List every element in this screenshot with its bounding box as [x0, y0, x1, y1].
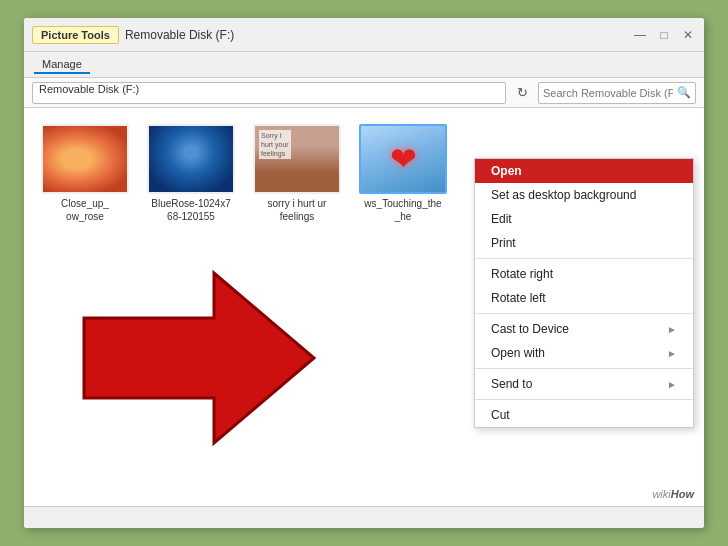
minimize-button[interactable]: — — [632, 27, 648, 43]
svg-marker-0 — [84, 273, 314, 443]
ctx-label-rotate-left: Rotate left — [491, 291, 546, 305]
ctx-item-edit[interactable]: Edit — [475, 207, 693, 231]
ctx-item-print[interactable]: Print — [475, 231, 693, 255]
image-flower1 — [43, 126, 127, 192]
search-icon: 🔍 — [677, 86, 691, 99]
file-item-3[interactable]: Sorry Ihurt yourfeelings sorry i hurt ur… — [252, 124, 342, 223]
ctx-label-rotate-right: Rotate right — [491, 267, 553, 281]
thumbnail-2 — [147, 124, 235, 194]
ctx-item-cut[interactable]: Cut — [475, 403, 693, 427]
ctx-item-send-to[interactable]: Send to ► — [475, 372, 693, 396]
cast-submenu-arrow: ► — [667, 324, 677, 335]
close-button[interactable]: ✕ — [680, 27, 696, 43]
file-label-2: BlueRose-1024x768-120155 — [151, 197, 231, 223]
ctx-label-open: Open — [491, 164, 522, 178]
file-label-1: Close_up_ow_rose — [61, 197, 109, 223]
refresh-button[interactable]: ↻ — [512, 83, 532, 103]
search-input[interactable] — [543, 87, 673, 99]
picture-tools-badge: Picture Tools — [32, 26, 119, 44]
file-label-3: sorry i hurt urfeelings — [268, 197, 327, 223]
file-item-2[interactable]: BlueRose-1024x768-120155 — [146, 124, 236, 223]
search-box[interactable]: 🔍 — [538, 82, 696, 104]
ctx-label-cast: Cast to Device — [491, 322, 569, 336]
ctx-label-edit: Edit — [491, 212, 512, 226]
image-heart: ❤ — [361, 126, 445, 192]
main-content: Close_up_ow_rose BlueRose-1024x768-12015… — [24, 108, 704, 506]
arrow-overlay — [54, 218, 344, 458]
context-menu: Open Set as desktop background Edit Prin… — [474, 158, 694, 428]
ctx-label-print: Print — [491, 236, 516, 250]
send-to-submenu-arrow: ► — [667, 379, 677, 390]
ribbon-tab-manage[interactable]: Manage — [34, 56, 90, 74]
image-flower2 — [149, 126, 233, 192]
title-bar: Picture Tools Removable Disk (F:) — □ ✕ — [24, 18, 704, 52]
ctx-separator-2 — [475, 313, 693, 314]
window-controls: — □ ✕ — [632, 27, 696, 43]
dog-text-overlay: Sorry Ihurt yourfeelings — [259, 130, 291, 159]
image-dog-container: Sorry Ihurt yourfeelings — [255, 126, 339, 192]
thumbnail-3: Sorry Ihurt yourfeelings — [253, 124, 341, 194]
window: Picture Tools Removable Disk (F:) — □ ✕ … — [24, 18, 704, 528]
open-with-submenu-arrow: ► — [667, 348, 677, 359]
ctx-item-rotate-left[interactable]: Rotate left — [475, 286, 693, 310]
heart-icon: ❤ — [390, 143, 417, 175]
ctx-item-open-with[interactable]: Open with ► — [475, 341, 693, 365]
file-item-4[interactable]: ❤ ws_Touching_the_he — [358, 124, 448, 223]
ctx-label-cut: Cut — [491, 408, 510, 422]
ctx-label-set-bg: Set as desktop background — [491, 188, 636, 202]
restore-button[interactable]: □ — [656, 27, 672, 43]
address-input[interactable]: Removable Disk (F:) — [32, 82, 506, 104]
file-label-4: ws_Touching_the_he — [364, 197, 441, 223]
window-title: Removable Disk (F:) — [125, 28, 632, 42]
thumbnail-1 — [41, 124, 129, 194]
ctx-separator-4 — [475, 399, 693, 400]
wiki-text: wiki — [652, 488, 670, 500]
wikihow-watermark: wikiHow — [652, 488, 694, 500]
ctx-separator-1 — [475, 258, 693, 259]
ctx-separator-3 — [475, 368, 693, 369]
how-text: How — [671, 488, 694, 500]
file-item-1[interactable]: Close_up_ow_rose — [40, 124, 130, 223]
ctx-item-open[interactable]: Open — [475, 159, 693, 183]
status-bar — [24, 506, 704, 528]
ctx-label-open-with: Open with — [491, 346, 545, 360]
address-bar: Removable Disk (F:) ↻ 🔍 — [24, 78, 704, 108]
thumbnail-4: ❤ — [359, 124, 447, 194]
ctx-item-cast[interactable]: Cast to Device ► — [475, 317, 693, 341]
ctx-label-send-to: Send to — [491, 377, 532, 391]
red-arrow-svg — [54, 218, 344, 458]
ribbon: Manage — [24, 52, 704, 78]
ctx-item-set-bg[interactable]: Set as desktop background — [475, 183, 693, 207]
ctx-item-rotate-right[interactable]: Rotate right — [475, 262, 693, 286]
